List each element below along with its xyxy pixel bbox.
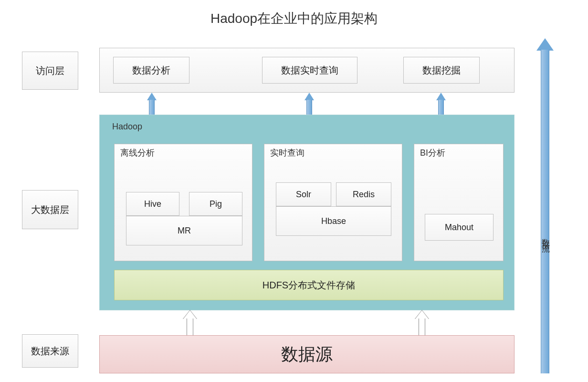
- tech-mahout: Mahout: [425, 214, 494, 241]
- hadoop-container: Hadoop 离线分析 Hive Pig MR 实时查询 Solr Redis …: [99, 115, 514, 310]
- datasource-box: 数据源: [99, 335, 514, 373]
- data-flow-label: 数据流: [540, 232, 551, 241]
- tech-redis: Redis: [336, 182, 391, 206]
- group-offline: 离线分析 Hive Pig MR: [114, 144, 252, 261]
- tech-mr: MR: [126, 216, 242, 245]
- arrow-icon: [415, 310, 430, 336]
- tech-hbase: Hbase: [276, 206, 391, 236]
- layer-label-source: 数据来源: [22, 334, 78, 368]
- layer-label-bigdata: 大数据层: [22, 190, 78, 229]
- group-bi-title: BI分析: [420, 147, 445, 159]
- group-bi: BI分析 Mahout: [414, 144, 504, 261]
- diagram-title: Hadoop在企业中的应用架构: [0, 10, 588, 28]
- group-offline-title: 离线分析: [120, 147, 155, 159]
- layer-label-access: 访问层: [22, 52, 78, 90]
- group-realtime: 实时查询 Solr Redis Hbase: [264, 144, 402, 261]
- arrow-icon: [183, 310, 198, 336]
- group-realtime-title: 实时查询: [270, 147, 304, 159]
- tech-pig: Pig: [189, 192, 242, 216]
- tech-hive: Hive: [126, 192, 179, 216]
- access-box-mining: 数据挖掘: [403, 57, 480, 84]
- access-layer-container: 数据分析 数据实时查询 数据挖掘: [99, 48, 514, 93]
- data-flow-arrow-icon: [536, 38, 554, 373]
- access-box-realtime: 数据实时查询: [262, 57, 357, 84]
- hdfs-box: HDFS分布式文件存储: [114, 270, 504, 300]
- tech-solr: Solr: [276, 182, 331, 206]
- hadoop-label: Hadoop: [112, 122, 142, 132]
- access-box-analysis: 数据分析: [113, 57, 189, 84]
